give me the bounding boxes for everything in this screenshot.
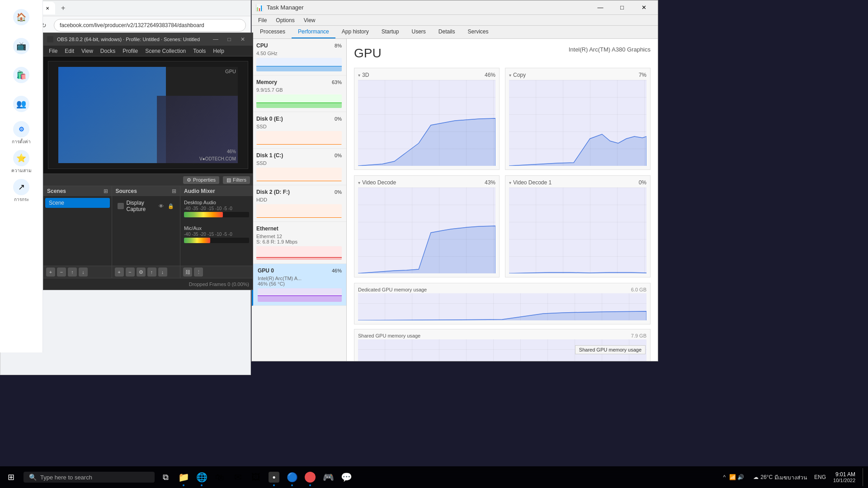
tm-minimize-btn[interactable]: — — [590, 0, 611, 15]
desktop-audio-fill — [184, 212, 223, 217]
taskbar-store[interactable]: 🛍 — [211, 466, 229, 488]
fb-sidebar-dashboard[interactable]: ⚙ การตั้งค่า — [8, 119, 35, 146]
disk2-perf-value: 0% — [335, 189, 342, 195]
tm-close-btn[interactable]: ✕ — [633, 0, 654, 15]
new-tab-btn[interactable]: + — [58, 3, 69, 14]
tm-3d-header: ▾ 3D 46% — [358, 72, 495, 78]
taskbar-file-explorer[interactable]: 📁 — [175, 466, 193, 488]
app3-icon: 💬 — [341, 472, 352, 483]
taskbar-photos[interactable]: 🖼 — [247, 466, 265, 488]
fb-sidebar-home[interactable]: 🏠 — [8, 4, 35, 31]
vd1-chart-percent: 0% — [639, 179, 646, 186]
tm-tab-performance[interactable]: Performance — [292, 26, 335, 38]
file-explorer-icon: 📁 — [178, 472, 189, 483]
tm-tab-app-history[interactable]: App history — [335, 26, 375, 38]
taskbar-app2[interactable]: 🎮 — [319, 466, 337, 488]
copy-collapse-btn[interactable]: ▾ — [509, 73, 511, 78]
tray-sound[interactable]: 🔊 — [737, 474, 744, 481]
tm-sidebar-disk2[interactable]: Disk 2 (D: F:) 0% HDD — [252, 185, 346, 222]
scenes-panel-btn[interactable]: ⊞ — [104, 188, 108, 194]
tab-close-btn[interactable]: ✕ — [44, 5, 51, 11]
taskbar-edge[interactable]: 🌐 — [193, 466, 211, 488]
fb-sidebar-star[interactable]: ⭐ ความสาม — [8, 148, 35, 175]
obs-menu-scene-collection[interactable]: Scene Collection — [142, 47, 189, 55]
tm-sidebar-gpu[interactable]: GPU 0 46% Intel(R) Arc(TM) A... 46% (56 … — [252, 264, 346, 306]
tray-network[interactable]: 📶 — [729, 474, 736, 481]
taskbar-clock[interactable]: 9:01 AM 10/1/2022 — [830, 471, 859, 483]
tm-tab-startup[interactable]: Startup — [375, 26, 406, 38]
obs-maximize-btn[interactable]: □ — [223, 34, 236, 44]
start-btn[interactable]: ⊞ — [0, 466, 22, 488]
obs-sources-toolbar: + − ⚙ ↑ ↓ — [112, 266, 180, 278]
tm-menu-options[interactable]: Options — [271, 16, 299, 24]
obs-menu-file[interactable]: File — [45, 47, 61, 55]
fb-sidebar-marketplace[interactable]: 🛍️ — [8, 61, 35, 89]
audio-menu-btn[interactable]: ⋮ — [194, 267, 203, 277]
source-add-btn[interactable]: + — [115, 267, 124, 277]
obs-mic-audio: Mic/Aux -40 -35 -20 -15 -10 -5 -0 — [182, 224, 251, 246]
taskbar-mail[interactable]: ✉ — [229, 466, 247, 488]
obs-menubar: File Edit View Docks Profile Scene Colle… — [43, 46, 253, 56]
fb-sidebar-group[interactable]: 👥 — [8, 90, 35, 117]
taskbar-app1[interactable] — [301, 466, 319, 488]
tm-sidebar-ethernet[interactable]: Ethernet Ethernet 12 S: 6.8 R: 1.9 Mbps — [252, 222, 346, 264]
obs-menu-profile[interactable]: Profile — [119, 47, 142, 55]
tm-maximize-btn[interactable]: □ — [612, 0, 632, 15]
obs-menu-tools[interactable]: Tools — [189, 47, 209, 55]
desktop-audio-meter — [184, 212, 249, 217]
copy-chart-label: Copy — [513, 72, 526, 78]
obs-menu-docks[interactable]: Docks — [97, 47, 119, 55]
obs-minimize-btn[interactable]: — — [209, 34, 222, 44]
scene-add-btn[interactable]: + — [46, 267, 55, 277]
obs-properties-btn[interactable]: ⚙ Properties — [183, 176, 219, 184]
taskbar-search[interactable]: 🔍 Type here to search — [24, 472, 155, 483]
mem-chart-line — [256, 103, 342, 108]
obs-filters-btn[interactable]: ▧ Filters — [223, 176, 250, 184]
vd1-collapse-btn[interactable]: ▾ — [509, 180, 511, 185]
source-remove-btn[interactable]: − — [126, 267, 135, 277]
taskbar-chrome[interactable]: 🔵 — [283, 466, 301, 488]
scene-up-btn[interactable]: ↑ — [68, 267, 77, 277]
tm-tab-services[interactable]: Services — [462, 26, 495, 38]
source-up-btn[interactable]: ↑ — [147, 267, 156, 277]
disk1-perf-detail: SSD — [256, 160, 342, 166]
tm-sidebar-cpu[interactable]: CPU 8% 4.50 GHz — [252, 39, 346, 75]
source-down-btn[interactable]: ↓ — [158, 267, 167, 277]
obs-close-btn[interactable]: ✕ — [236, 34, 249, 44]
obs-source-item[interactable]: Display Capture 👁 🔒 — [114, 198, 179, 214]
source-visibility-btn[interactable]: 👁 — [157, 202, 165, 210]
tm-sidebar-memory[interactable]: Memory 63% 9.9/15.7 GB — [252, 75, 346, 112]
fb-sidebar-share[interactable]: ↗ การกระ — [8, 177, 35, 204]
disk2-chart-line — [256, 217, 342, 218]
tm-gpu-header: GPU Intel(R) Arc(TM) A380 Graphics — [354, 46, 651, 61]
scene-remove-btn[interactable]: − — [57, 267, 66, 277]
source-lock-btn[interactable]: 🔒 — [167, 202, 175, 210]
source-settings-btn[interactable]: ⚙ — [137, 267, 146, 277]
vd-collapse-btn[interactable]: ▾ — [358, 180, 360, 185]
audio-link-btn[interactable]: ⛓ — [183, 267, 192, 277]
tm-tab-users[interactable]: Users — [405, 26, 432, 38]
3d-collapse-btn[interactable]: ▾ — [358, 73, 360, 78]
filters-label: Filters — [233, 177, 246, 183]
tray-show-desktop[interactable] — [863, 468, 864, 486]
obs-menu-help[interactable]: Help — [209, 47, 228, 55]
fb-sidebar-watch[interactable]: 📺 — [8, 33, 35, 60]
sources-panel-btn[interactable]: ⊞ — [172, 188, 176, 194]
obs-scene-item[interactable]: Scene — [45, 198, 110, 208]
taskbar-app3[interactable]: 💬 — [337, 466, 355, 488]
obs-sources-content: Display Capture 👁 🔒 — [112, 196, 180, 266]
tm-sidebar-disk0[interactable]: Disk 0 (E:) 0% SSD — [252, 112, 346, 149]
address-bar[interactable]: facebook.com/live/producer/v2/1327264938… — [54, 19, 246, 32]
taskbar-task-view[interactable]: ⧉ — [156, 466, 175, 488]
obs-menu-edit[interactable]: Edit — [61, 47, 78, 55]
scene-down-btn[interactable]: ↓ — [79, 267, 88, 277]
obs-menu-view[interactable]: View — [78, 47, 97, 55]
tm-tab-details[interactable]: Details — [432, 26, 462, 38]
tm-sidebar-disk1[interactable]: Disk 1 (C:) 0% SSD — [252, 149, 346, 185]
tm-menu-file[interactable]: File — [254, 16, 271, 24]
taskbar-obs[interactable]: ● — [265, 466, 283, 488]
edge-icon: 🌐 — [196, 472, 207, 483]
tm-tab-processes[interactable]: Processes — [254, 26, 292, 38]
tray-arrow[interactable]: ^ — [721, 474, 728, 481]
tm-menu-view[interactable]: View — [299, 16, 320, 24]
